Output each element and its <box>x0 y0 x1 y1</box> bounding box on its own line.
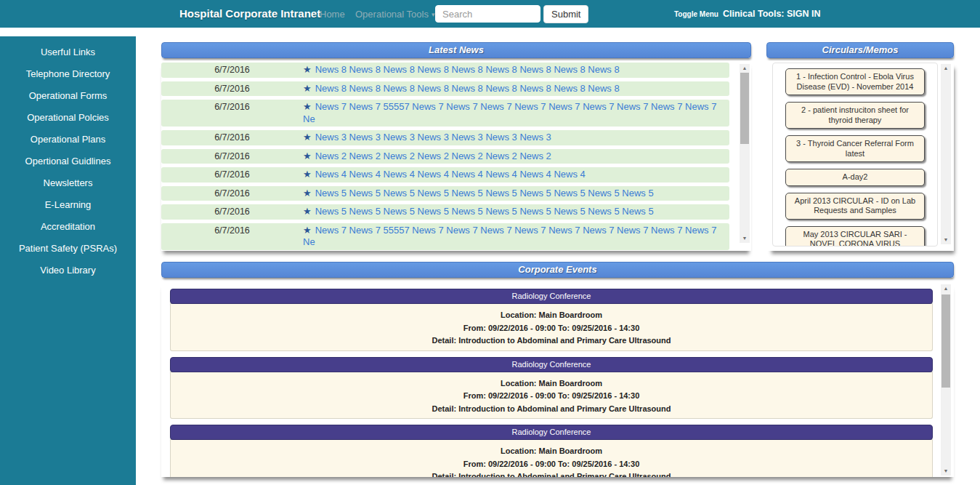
news-row: 6/7/2016 ★News 5 News 5 News 5 News 5 Ne… <box>161 204 729 220</box>
latest-news-panel: 6/7/2016 ★News 8 News 8 News 8 News 8 Ne… <box>161 61 751 251</box>
news-title-cell: ★News 7 News 7 55557 News 7 News 7 News … <box>303 101 729 125</box>
event-card: Radiology Conference Location: Main Boar… <box>170 425 933 477</box>
clinical-tools-sign-in-link[interactable]: Clinical Tools: SIGN IN <box>723 9 821 19</box>
news-scrollbar-thumb[interactable] <box>740 73 749 144</box>
event-detail: Detail: Introduction to Abdominal and Pr… <box>178 403 925 416</box>
sidebar-item[interactable]: Operational Plans <box>0 129 136 151</box>
sidebar-item[interactable]: Userful Links <box>0 41 136 63</box>
star-icon: ★ <box>303 64 312 75</box>
sidebar-item[interactable]: Newsletters <box>0 172 136 194</box>
sidebar-item[interactable]: Operational Forms <box>0 85 136 107</box>
latest-news-panel-title: Latest News <box>161 42 751 58</box>
star-icon: ★ <box>303 151 312 161</box>
news-title-cell: ★News 2 News 2 News 2 News 2 News 2 News… <box>303 151 729 163</box>
event-location: Location: Main Boardroom <box>178 445 925 458</box>
event-body: Location: Main Boardroom From: 09/22/201… <box>170 440 933 477</box>
star-icon: ★ <box>303 169 312 180</box>
news-date: 6/7/2016 <box>161 206 303 218</box>
news-link[interactable]: News 8 News 8 News 8 News 8 News 8 News … <box>315 64 620 75</box>
nav-item-home[interactable]: Home <box>320 9 345 20</box>
news-date: 6/7/2016 <box>161 151 303 163</box>
event-title[interactable]: Radiology Conference <box>170 357 933 372</box>
events-list: Radiology Conference Location: Main Boar… <box>170 289 933 477</box>
news-row: 6/7/2016 ★News 7 News 7 55557 News 7 New… <box>161 223 729 250</box>
news-link[interactable]: News 5 News 5 News 5 News 5 News 5 News … <box>315 188 654 199</box>
news-link[interactable]: News 3 News 3 News 3 News 3 News 3 News … <box>315 132 551 143</box>
events-scrollbar-thumb[interactable] <box>941 294 950 388</box>
news-link[interactable]: News 7 News 7 55557 News 7 News 7 News 7… <box>303 225 716 248</box>
event-datetime: From: 09/22/2016 - 09:00 To: 09/25/2016 … <box>178 458 925 471</box>
news-link[interactable]: News 5 News 5 News 5 News 5 News 5 News … <box>315 206 654 217</box>
circular-memo-button[interactable]: 3 - Thyroid Cancer Referral Form latest <box>785 135 925 162</box>
sidebar-nav: Userful Links Telephone Directory Operat… <box>0 36 136 485</box>
event-title[interactable]: Radiology Conference <box>170 289 933 304</box>
circular-memo-button[interactable]: May 2013 CIRCULAR SARI - NOVEL CORONA VI… <box>785 226 925 247</box>
news-title-cell: ★News 4 News 4 News 4 News 4 News 4 News… <box>303 169 729 181</box>
news-row: 6/7/2016 ★News 8 News 8 News 8 News 8 Ne… <box>161 63 729 78</box>
circulars-list: 1 - Infection Control - Ebola Virus Dise… <box>772 63 938 246</box>
star-icon: ★ <box>303 206 312 217</box>
news-row: 6/7/2016 ★News 5 News 5 News 5 News 5 Ne… <box>161 186 729 201</box>
star-icon: ★ <box>303 83 312 94</box>
news-link[interactable]: News 4 News 4 News 4 News 4 News 4 News … <box>315 169 586 180</box>
news-date: 6/7/2016 <box>161 64 303 76</box>
event-datetime: From: 09/22/2016 - 09:00 To: 09/25/2016 … <box>178 390 925 403</box>
news-row: 6/7/2016 ★News 4 News 4 News 4 News 4 Ne… <box>161 167 729 183</box>
news-date: 6/7/2016 <box>161 83 303 95</box>
news-link[interactable]: News 7 News 7 55557 News 7 News 7 News 7… <box>303 101 716 124</box>
news-title-cell: ★News 8 News 8 News 8 News 8 News 8 News… <box>303 64 729 76</box>
event-location: Location: Main Boardroom <box>178 309 925 322</box>
news-title-cell: ★News 8 News 8 News 8 News 8 News 8 News… <box>303 83 729 95</box>
news-row: 6/7/2016 ★News 2 News 2 News 2 News 2 Ne… <box>161 149 729 164</box>
star-icon: ★ <box>303 188 312 199</box>
event-title[interactable]: Radiology Conference <box>170 425 933 440</box>
scroll-down-icon[interactable]: ▼ <box>740 234 750 243</box>
news-row: 6/7/2016 ★News 7 News 7 55557 News 7 New… <box>161 100 729 127</box>
nav-item-operational-tools[interactable]: Operational Tools▾ <box>355 9 434 20</box>
nav-item-operational-tools-label: Operational Tools <box>355 9 429 20</box>
sidebar-item[interactable]: Opertional Guidlines <box>0 151 136 172</box>
events-scrollbar[interactable]: ▲ ▼ <box>941 284 951 476</box>
circular-memo-button[interactable]: April 2013 CIRCULAR - ID on Lab Requests… <box>785 193 925 220</box>
chevron-down-icon: ▾ <box>432 11 435 18</box>
scroll-up-icon[interactable]: ▲ <box>941 64 951 73</box>
star-icon: ★ <box>303 132 312 143</box>
news-date: 6/7/2016 <box>161 188 303 200</box>
news-date: 6/7/2016 <box>161 101 303 125</box>
search-input[interactable] <box>435 5 540 23</box>
star-icon: ★ <box>303 101 312 112</box>
news-date: 6/7/2016 <box>161 225 303 249</box>
scroll-up-icon[interactable]: ▲ <box>740 64 750 73</box>
news-link[interactable]: News 8 News 8 News 8 News 8 News 8 News … <box>315 83 620 94</box>
sidebar-item[interactable]: E-Learning <box>0 194 136 216</box>
news-link[interactable]: News 2 News 2 News 2 News 2 News 2 News … <box>315 151 551 161</box>
search-submit-button[interactable]: Submit <box>543 5 588 23</box>
circulars-scrollbar[interactable]: ▲ ▼ <box>941 64 951 244</box>
news-title-cell: ★News 5 News 5 News 5 News 5 News 5 News… <box>303 188 729 200</box>
sidebar-item[interactable]: Patient Safety (PSRAs) <box>0 238 136 260</box>
sidebar-item[interactable]: Accreditation <box>0 216 136 238</box>
sidebar-item[interactable]: Operational Polcies <box>0 107 136 129</box>
toggle-menu-button[interactable]: Toggle Menu <box>674 10 718 18</box>
scroll-up-icon[interactable]: ▲ <box>941 284 951 293</box>
news-list: 6/7/2016 ★News 8 News 8 News 8 News 8 Ne… <box>161 63 729 251</box>
circular-memo-button[interactable]: 2 - patient instruciton sheet for thyroi… <box>785 102 925 129</box>
corporate-events-panel-title: Corporate Events <box>161 262 954 278</box>
scroll-down-icon[interactable]: ▼ <box>941 467 951 476</box>
event-card: Radiology Conference Location: Main Boar… <box>170 357 933 420</box>
circular-memo-button[interactable]: 1 - Infection Control - Ebola Virus Dise… <box>785 68 925 95</box>
news-date: 6/7/2016 <box>161 132 303 144</box>
news-title-cell: ★News 7 News 7 55557 News 7 News 7 News … <box>303 225 729 249</box>
scroll-down-icon[interactable]: ▼ <box>941 236 951 244</box>
event-body: Location: Main Boardroom From: 09/22/201… <box>170 372 933 420</box>
sidebar-item[interactable]: Telephone Directory <box>0 63 136 85</box>
circulars-panel: 1 - Infection Control - Ebola Virus Dise… <box>766 61 954 251</box>
event-card: Radiology Conference Location: Main Boar… <box>170 289 933 351</box>
site-title: Hospital Corporate Intranet <box>179 7 320 20</box>
event-detail: Detail: Introduction to Abdominal and Pr… <box>178 334 925 348</box>
sidebar-item[interactable]: Video Library <box>0 260 136 281</box>
news-row: 6/7/2016 ★News 8 News 8 News 8 News 8 Ne… <box>161 81 729 97</box>
circular-memo-button[interactable]: A-day2 <box>785 169 925 186</box>
news-scrollbar[interactable]: ▲ ▼ <box>740 64 750 243</box>
event-location: Location: Main Boardroom <box>178 377 925 390</box>
